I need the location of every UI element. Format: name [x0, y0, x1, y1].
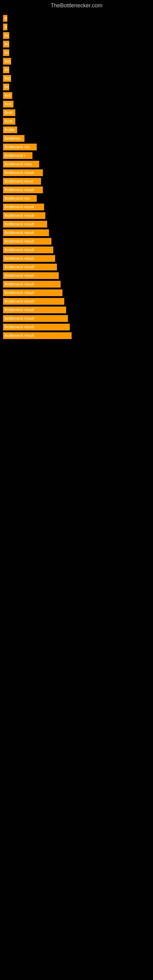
bar-item-1: B [3, 24, 153, 30]
bar-label-18: Bottleneck result [3, 169, 43, 176]
bar-item-32: Bottleneck result [3, 290, 153, 296]
bar-item-2: Bo [3, 32, 153, 39]
bar-item-24: Bottleneck result [3, 221, 153, 228]
bar-item-29: Bottleneck result [3, 264, 153, 270]
bar-item-25: Bottleneck result [3, 229, 153, 236]
bar-item-31: Bottleneck result [3, 281, 153, 288]
bar-label-27: Bottleneck result [3, 247, 53, 253]
bar-label-6: Bo [3, 67, 9, 73]
bar-label-0: B [3, 15, 7, 22]
bar-label-37: Bottleneck result [3, 332, 72, 339]
bar-label-15: Bottleneck res [3, 144, 37, 150]
bar-item-33: Bottleneck result [3, 298, 153, 305]
bar-item-6: Bo [3, 67, 153, 73]
bar-label-21: Bottleneck res [3, 195, 37, 202]
bar-item-19: Bottleneck resul [3, 178, 153, 185]
bar-item-18: Bottleneck result [3, 169, 153, 176]
bar-item-4: Bo [3, 49, 153, 56]
bar-item-36: Bottleneck result [3, 324, 153, 331]
bar-label-34: Bottleneck result [3, 307, 66, 313]
bar-item-5: Bot [3, 58, 153, 65]
bar-item-28: Bottleneck result [3, 255, 153, 262]
bar-label-24: Bottleneck result [3, 221, 47, 228]
bar-label-20: Bottleneck result [3, 186, 43, 193]
bar-label-16: Bottleneck r [3, 152, 32, 159]
bar-item-34: Bottleneck result [3, 307, 153, 313]
bar-label-22: Bottleneck result [3, 204, 44, 210]
bar-label-23: Bottleneck result [3, 212, 45, 219]
bar-label-2: Bo [3, 32, 9, 39]
bar-item-14: Bottlenec [3, 135, 153, 142]
bar-item-22: Bottleneck result [3, 204, 153, 210]
bar-item-13: Bottle [3, 126, 153, 133]
bar-label-11: Bottl [3, 109, 15, 116]
bar-item-30: Bottleneck result [3, 272, 153, 279]
bar-label-33: Bottleneck result [3, 298, 64, 305]
bar-label-30: Bottleneck result [3, 272, 59, 279]
bar-item-20: Bottleneck result [3, 186, 153, 193]
bar-item-26: Bottleneck result [3, 238, 153, 245]
bar-item-16: Bottleneck r [3, 152, 153, 159]
bar-label-26: Bottleneck result [3, 238, 51, 245]
bar-label-12: Bottl [3, 118, 15, 125]
bar-label-14: Bottlenec [3, 135, 24, 142]
bar-label-28: Bottleneck result [3, 255, 55, 262]
bar-label-25: Bottleneck result [3, 229, 49, 236]
bar-item-15: Bottleneck res [3, 144, 153, 150]
bar-item-8: Bo [3, 84, 153, 90]
bar-item-35: Bottleneck result [3, 315, 153, 322]
bar-label-17: Bottleneck resu [3, 161, 39, 167]
bar-item-0: B [3, 15, 153, 22]
bar-item-9: Bot [3, 92, 153, 99]
bar-label-1: B [3, 24, 7, 30]
bar-label-13: Bottle [3, 126, 17, 133]
bar-label-10: Bott [3, 101, 13, 108]
bar-label-3: Bo [3, 41, 9, 48]
bar-label-7: Bot [3, 75, 11, 82]
bar-label-31: Bottleneck result [3, 281, 61, 288]
bar-label-5: Bot [3, 58, 11, 65]
bar-label-8: Bo [3, 84, 9, 90]
bar-item-21: Bottleneck res [3, 195, 153, 202]
bar-label-19: Bottleneck resul [3, 178, 41, 185]
bar-label-35: Bottleneck result [3, 315, 68, 322]
bar-item-12: Bottl [3, 118, 153, 125]
bar-item-11: Bottl [3, 109, 153, 116]
site-title: TheBottlenecker.com [0, 0, 153, 10]
bar-label-4: Bo [3, 49, 9, 56]
bar-item-7: Bot [3, 75, 153, 82]
bar-item-3: Bo [3, 41, 153, 48]
bar-label-9: Bot [3, 92, 12, 99]
bar-label-36: Bottleneck result [3, 324, 70, 331]
bar-item-27: Bottleneck result [3, 247, 153, 253]
bar-label-32: Bottleneck result [3, 290, 62, 296]
bar-item-17: Bottleneck resu [3, 161, 153, 167]
bar-item-37: Bottleneck result [3, 332, 153, 339]
bar-item-10: Bott [3, 101, 153, 108]
bar-item-23: Bottleneck result [3, 212, 153, 219]
bar-label-29: Bottleneck result [3, 264, 57, 270]
